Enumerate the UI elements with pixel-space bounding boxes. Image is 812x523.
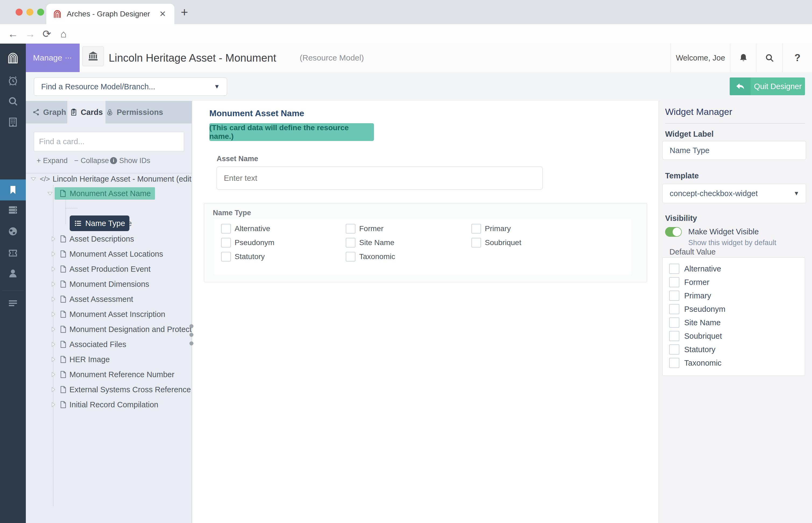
- tree-root-node[interactable]: </> Lincoln Heritage Asset - Monument (e…: [26, 172, 192, 186]
- expander-closed-icon[interactable]: [50, 235, 57, 243]
- expander-closed-icon[interactable]: [50, 326, 57, 333]
- tree-card-label[interactable]: Monument Asset Inscription: [69, 310, 165, 319]
- find-model-dropdown[interactable]: Find a Resource Model/Branch... ▼: [34, 77, 227, 96]
- manage-button[interactable]: Manage ⋯: [26, 43, 80, 72]
- widget-label-input[interactable]: [663, 141, 806, 160]
- checkbox[interactable]: [669, 277, 679, 287]
- building-icon[interactable]: [7, 117, 18, 127]
- window-close-button[interactable]: [16, 8, 23, 16]
- checkbox[interactable]: [669, 318, 679, 328]
- checkbox[interactable]: [669, 264, 679, 274]
- tree-selected-node[interactable]: Name Type: [70, 216, 129, 231]
- checkbox[interactable]: [669, 304, 679, 314]
- tree-card-label[interactable]: Monument Dimensions: [69, 280, 149, 289]
- forward-icon[interactable]: →: [23, 24, 37, 43]
- name-type-option[interactable]: Soubriquet: [471, 237, 521, 249]
- asset-name-input[interactable]: [217, 166, 543, 190]
- back-icon[interactable]: ←: [6, 24, 20, 43]
- checkbox[interactable]: [221, 224, 231, 234]
- tree-card-node[interactable]: Initial Record Compilation: [26, 397, 192, 412]
- template-dropdown[interactable]: concept-checkbox-widget ▼: [663, 184, 806, 203]
- tree-card-label[interactable]: HER Image: [69, 355, 110, 364]
- panel-resize-handle[interactable]: [190, 324, 194, 345]
- find-card-input[interactable]: [34, 132, 184, 151]
- name-type-option[interactable]: Alternative: [221, 223, 270, 235]
- default-value-option[interactable]: Taxonomic: [669, 356, 805, 369]
- name-type-option[interactable]: Primary: [471, 223, 511, 235]
- tree-card-node[interactable]: HER Image: [26, 352, 192, 367]
- expander-open-icon[interactable]: [30, 175, 37, 183]
- default-value-option[interactable]: Site Name: [669, 316, 805, 329]
- bookmark-icon[interactable]: [7, 184, 18, 195]
- expander-closed-icon[interactable]: [50, 386, 57, 393]
- recent-activity-icon[interactable]: [7, 75, 18, 86]
- tab-graph[interactable]: Graph: [31, 101, 67, 124]
- reload-icon[interactable]: ⟳: [40, 24, 54, 43]
- expander-closed-icon[interactable]: [50, 401, 57, 409]
- map-layers-globe-icon[interactable]: [7, 226, 18, 237]
- tree-card-node[interactable]: Monument Dimensions: [26, 276, 192, 292]
- tree-card-label[interactable]: Initial Record Compilation: [69, 400, 158, 409]
- expander-closed-icon[interactable]: [50, 250, 57, 258]
- tree-card-node[interactable]: Asset Production Event: [26, 262, 192, 276]
- search-button[interactable]: [756, 43, 783, 72]
- expander-open-icon[interactable]: [46, 190, 54, 197]
- tree-card-node[interactable]: External Systems Cross Reference: [26, 382, 192, 397]
- tree-card-node[interactable]: Asset Assessment: [26, 292, 192, 307]
- tree-selected-card-label[interactable]: Monument Asset Name: [70, 189, 151, 198]
- checkbox[interactable]: [346, 238, 356, 248]
- default-value-option[interactable]: Statutory: [669, 343, 805, 356]
- tab-permissions[interactable]: Permissions: [106, 101, 164, 124]
- tree-card-label[interactable]: Asset Assessment: [69, 295, 133, 304]
- expander-closed-icon[interactable]: [50, 310, 57, 318]
- checkbox[interactable]: [669, 291, 679, 301]
- expander-closed-icon[interactable]: [50, 295, 57, 303]
- home-icon[interactable]: ⌂: [56, 24, 71, 43]
- default-value-option[interactable]: Primary: [669, 289, 805, 302]
- provisional-edits-icon[interactable]: [7, 204, 18, 215]
- default-value-option[interactable]: Soubriquet: [669, 329, 805, 343]
- checkbox[interactable]: [669, 331, 679, 341]
- menu-icon[interactable]: [7, 298, 18, 309]
- show-ids-button[interactable]: i Show IDs: [110, 155, 150, 166]
- arches-logo[interactable]: [6, 52, 19, 65]
- tree-card-label[interactable]: Asset Production Event: [69, 265, 150, 274]
- tree-card-label[interactable]: Asset Descriptions: [69, 235, 134, 244]
- tree-card-label[interactable]: External Systems Cross Reference: [69, 385, 191, 394]
- welcome-user[interactable]: Welcome, Joe: [670, 43, 730, 72]
- checkbox[interactable]: [471, 238, 481, 248]
- new-tab-icon[interactable]: +: [181, 2, 188, 22]
- name-type-option[interactable]: Former: [346, 223, 383, 235]
- checkbox[interactable]: [669, 344, 679, 355]
- checkbox[interactable]: [669, 358, 679, 368]
- tab-close-icon[interactable]: ✕: [159, 4, 166, 24]
- tree-card-node[interactable]: Monument Asset Inscription: [26, 307, 192, 322]
- tree-card-label[interactable]: Associated Files: [69, 340, 126, 349]
- tree-selected-card[interactable]: Monument Asset Name: [55, 187, 155, 200]
- default-value-option[interactable]: Former: [669, 275, 805, 289]
- tree-card-node[interactable]: Monument Asset Locations: [26, 247, 192, 262]
- name-type-option[interactable]: Site Name: [346, 237, 394, 249]
- window-zoom-button[interactable]: [37, 8, 44, 16]
- expander-closed-icon[interactable]: [50, 280, 57, 288]
- visibility-toggle[interactable]: [665, 227, 682, 237]
- name-type-option[interactable]: Pseudonym: [221, 237, 274, 249]
- checkbox[interactable]: [471, 224, 481, 234]
- checkbox[interactable]: [346, 224, 356, 234]
- expander-closed-icon[interactable]: [50, 265, 57, 273]
- quit-designer-button[interactable]: Quit Designer: [730, 77, 805, 95]
- tree-card-node[interactable]: Monument Reference Number: [26, 367, 192, 382]
- default-value-option[interactable]: Pseudonym: [669, 302, 805, 316]
- tree-card-label[interactable]: Monument Reference Number: [69, 370, 174, 379]
- expander-closed-icon[interactable]: [50, 371, 57, 378]
- expander-closed-icon[interactable]: [50, 341, 57, 348]
- name-type-option[interactable]: Statutory: [221, 251, 265, 263]
- tree-card-node[interactable]: Asset Descriptions: [26, 231, 192, 247]
- collapse-all-button[interactable]: − Collapse: [74, 155, 109, 166]
- expand-all-button[interactable]: + Expand: [37, 155, 68, 166]
- checkbox[interactable]: [221, 238, 231, 248]
- checkbox[interactable]: [346, 252, 356, 262]
- ticket-icon[interactable]: [7, 248, 18, 258]
- tree-root-label[interactable]: Lincoln Heritage Asset - Monument (edit …: [53, 175, 192, 183]
- window-minimize-button[interactable]: [26, 8, 33, 16]
